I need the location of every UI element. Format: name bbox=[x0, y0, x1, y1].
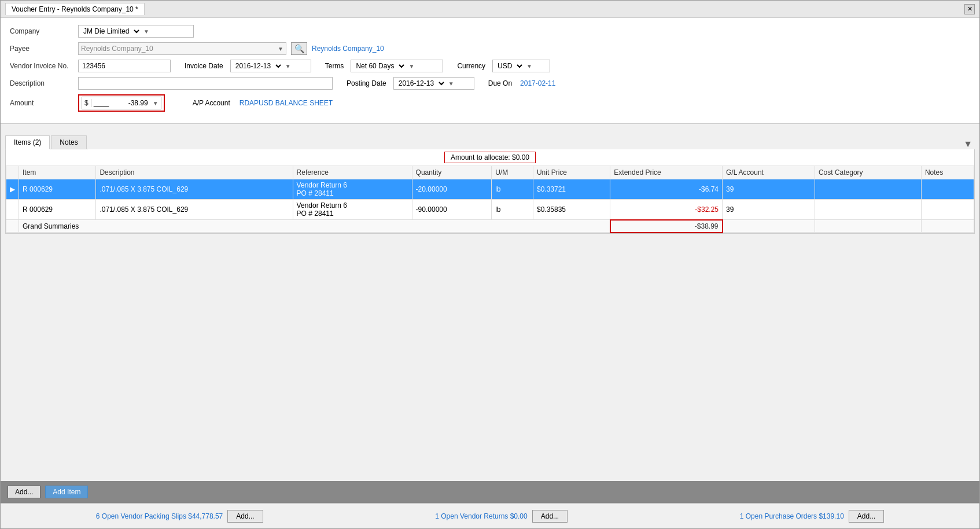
main-window: Voucher Entry - Reynolds Company_10 * ✕ … bbox=[0, 0, 980, 529]
title-bar: Voucher Entry - Reynolds Company_10 * ✕ bbox=[1, 1, 979, 18]
terms-select-wrapper[interactable]: Net 60 Days ▼ bbox=[351, 60, 443, 72]
posting-date-select[interactable]: 2016-12-13 bbox=[394, 78, 446, 89]
grand-label-cell: Grand Summaries bbox=[19, 220, 610, 233]
allocate-badge: Amount to allocate: $0.00 bbox=[444, 152, 536, 163]
row-gl-account-cell[interactable]: 39 bbox=[723, 179, 815, 200]
tabs-container: Items (2) Notes ▼ Amount to allocate: $0… bbox=[1, 135, 979, 234]
grand-indicator-cell bbox=[6, 220, 19, 233]
amount-dropdown-icon[interactable]: ▼ bbox=[150, 100, 161, 106]
due-on-label: Due On bbox=[488, 79, 512, 87]
purchase-orders-label: 1 Open Purchase Orders $139.10 bbox=[740, 512, 844, 520]
row-extended-price-cell[interactable]: -$6.74 bbox=[610, 179, 723, 200]
items-table: Item Description Reference Quantity U/M … bbox=[6, 166, 974, 233]
row-indicator-cell[interactable] bbox=[6, 200, 19, 220]
currency-dropdown-icon: ▼ bbox=[524, 63, 535, 69]
company-row: Company JM Die Limited ▼ bbox=[10, 25, 970, 38]
footer-bar: 6 Open Vendor Packing Slips $44,778.57 A… bbox=[1, 503, 979, 528]
amount-label: Amount bbox=[10, 99, 73, 107]
row-description-cell[interactable]: .071/.085 X 3.875 COIL_629 bbox=[96, 179, 293, 200]
payee-row: Payee ▼ 🔍 Reynolds Company_10 bbox=[10, 42, 970, 55]
posting-date-select-wrapper[interactable]: 2016-12-13 ▼ bbox=[393, 77, 474, 90]
vendor-returns-label: 1 Open Vendor Returns $0.00 bbox=[435, 512, 527, 520]
tab-items[interactable]: Items (2) bbox=[5, 135, 50, 149]
company-label: Company bbox=[10, 27, 73, 35]
tab-scroll-arrow[interactable]: ▼ bbox=[961, 139, 975, 149]
tab-notes[interactable]: Notes bbox=[51, 135, 86, 149]
grand-total-cell: -$38.99 bbox=[610, 220, 723, 233]
payee-name-link[interactable]: Reynolds Company_10 bbox=[312, 45, 384, 53]
form-area: Company JM Die Limited ▼ Payee ▼ 🔍 Reyno… bbox=[1, 18, 979, 124]
invoice-date-select[interactable]: 2016-12-13 bbox=[231, 60, 283, 72]
col-um: U/M bbox=[492, 166, 533, 179]
row-quantity-cell[interactable]: -90.00000 bbox=[412, 200, 492, 220]
terms-dropdown-icon: ▼ bbox=[406, 63, 417, 69]
amount-row: Amount $ -38.99 ▼ A/P Account RDAPUSD BA… bbox=[10, 94, 970, 112]
row-reference-cell[interactable]: Vendor Return 6 PO # 28411 bbox=[293, 179, 412, 200]
row-extended-price-cell[interactable]: -$32.25 bbox=[610, 200, 723, 220]
ap-account-label: A/P Account bbox=[193, 99, 230, 107]
payee-dropdown-icon: ▼ bbox=[275, 43, 286, 54]
description-label: Description bbox=[10, 79, 73, 87]
table-body: ▶R 000629.071/.085 X 3.875 COIL_629Vendo… bbox=[6, 179, 974, 220]
vendor-invoice-label: Vendor Invoice No. bbox=[10, 62, 73, 70]
close-button[interactable]: ✕ bbox=[964, 4, 975, 14]
company-dropdown-icon: ▼ bbox=[141, 28, 152, 35]
table-row[interactable]: ▶R 000629.071/.085 X 3.875 COIL_629Vendo… bbox=[6, 179, 974, 200]
currency-select[interactable]: USD bbox=[493, 60, 524, 72]
row-indicator-cell[interactable]: ▶ bbox=[6, 179, 19, 200]
col-description: Description bbox=[96, 166, 293, 179]
row-item-cell[interactable]: R 000629 bbox=[19, 200, 96, 220]
window-title: Voucher Entry - Reynolds Company_10 * bbox=[12, 5, 138, 13]
row-gl-account-cell[interactable]: 39 bbox=[723, 200, 815, 220]
bottom-action-bar: Add... Add Item bbox=[1, 481, 979, 503]
purchase-orders-add-button[interactable]: Add... bbox=[849, 510, 884, 523]
row-reference-cell[interactable]: Vendor Return 6 PO # 28411 bbox=[293, 200, 412, 220]
allocate-bar: Amount to allocate: $0.00 bbox=[6, 149, 974, 166]
company-select-wrapper[interactable]: JM Die Limited ▼ bbox=[78, 25, 194, 38]
invoice-row: Vendor Invoice No. Invoice Date 2016-12-… bbox=[10, 60, 970, 72]
col-notes: Notes bbox=[921, 166, 974, 179]
amount-inner: $ -38.99 ▼ bbox=[82, 97, 161, 109]
row-description-cell[interactable]: .071/.085 X 3.875 COIL_629 bbox=[96, 200, 293, 220]
company-select[interactable]: JM Die Limited bbox=[79, 25, 141, 37]
invoice-date-dropdown-icon: ▼ bbox=[283, 63, 293, 69]
due-on-value: 2017-02-11 bbox=[520, 79, 555, 87]
row-um-cell[interactable]: lb bbox=[492, 179, 533, 200]
tabs-row: Items (2) Notes ▼ bbox=[5, 135, 975, 149]
amount-underline bbox=[91, 99, 126, 107]
col-gl-account: G/L Account bbox=[723, 166, 815, 179]
row-notes-cell[interactable] bbox=[921, 179, 974, 200]
terms-select[interactable]: Net 60 Days bbox=[351, 60, 406, 72]
add-item-button[interactable]: Add Item bbox=[45, 486, 88, 498]
tab-strip: Items (2) Notes bbox=[5, 135, 88, 149]
vendor-invoice-input[interactable] bbox=[78, 60, 171, 72]
invoice-date-select-wrapper[interactable]: 2016-12-13 ▼ bbox=[230, 60, 311, 72]
row-quantity-cell[interactable]: -20.00000 bbox=[412, 179, 492, 200]
packing-slips-label: 6 Open Vendor Packing Slips $44,778.57 bbox=[96, 512, 223, 520]
row-cost-category-cell[interactable] bbox=[815, 200, 921, 220]
col-unit-price: Unit Price bbox=[533, 166, 610, 179]
ap-account-link[interactable]: RDAPUSD BALANCE SHEET bbox=[240, 99, 333, 107]
table-row[interactable]: R 000629.071/.085 X 3.875 COIL_629Vendor… bbox=[6, 200, 974, 220]
payee-input[interactable] bbox=[79, 43, 275, 54]
payee-input-wrapper: ▼ bbox=[78, 42, 286, 55]
vendor-returns-add-button[interactable]: Add... bbox=[532, 510, 568, 523]
row-item-cell[interactable]: R 000629 bbox=[19, 179, 96, 200]
description-input[interactable] bbox=[78, 77, 333, 90]
vendor-returns-section: 1 Open Vendor Returns $0.00 Add... bbox=[435, 510, 568, 523]
grand-notes-cell bbox=[921, 220, 974, 233]
row-cost-category-cell[interactable] bbox=[815, 179, 921, 200]
add-button[interactable]: Add... bbox=[8, 486, 40, 498]
grand-summaries-row: Grand Summaries -$38.99 bbox=[6, 220, 974, 233]
row-notes-cell[interactable] bbox=[921, 200, 974, 220]
packing-slips-add-button[interactable]: Add... bbox=[227, 510, 263, 523]
grand-gl-cell bbox=[723, 220, 815, 233]
col-item: Item bbox=[19, 166, 96, 179]
invoice-date-label: Invoice Date bbox=[185, 62, 223, 70]
row-unit-price-cell[interactable]: $0.35835 bbox=[533, 200, 610, 220]
row-unit-price-cell[interactable]: $0.33721 bbox=[533, 179, 610, 200]
currency-select-wrapper[interactable]: USD ▼ bbox=[492, 60, 550, 72]
row-um-cell[interactable]: lb bbox=[492, 200, 533, 220]
payee-search-button[interactable]: 🔍 bbox=[291, 42, 307, 55]
col-reference: Reference bbox=[293, 166, 412, 179]
